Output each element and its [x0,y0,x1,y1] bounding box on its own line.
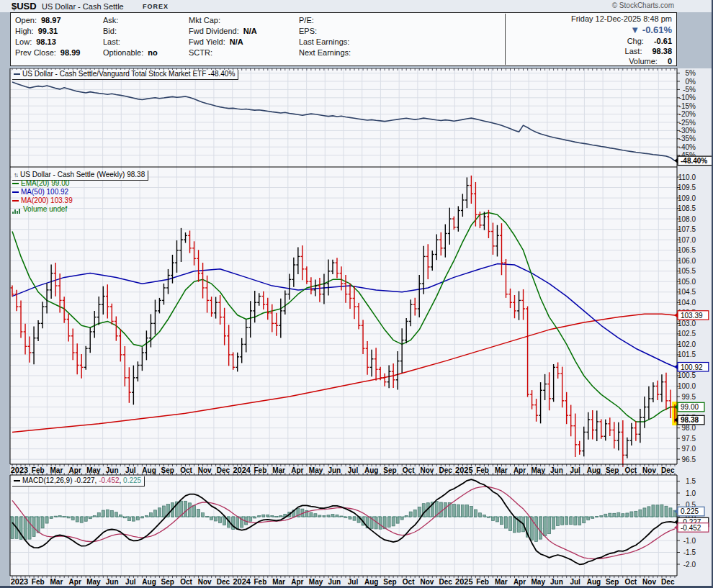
svg-text:Oct: Oct [180,578,192,586]
svg-text:98.38: 98.38 [681,416,699,424]
svg-text:108.5: 108.5 [678,204,696,212]
quote-field: SCTR: [189,48,257,58]
svg-text:0%: 0% [686,78,696,86]
svg-text:Apr: Apr [69,578,81,586]
svg-text:Sep: Sep [606,578,619,586]
svg-text:101.5: 101.5 [678,350,696,358]
svg-text:2023: 2023 [11,577,28,586]
svg-text:Feb: Feb [476,466,489,474]
svg-text:Oct: Oct [624,466,637,474]
svg-text:May: May [309,578,323,586]
ma200-label: MA(200) 103.39 [21,196,73,204]
quote-field-value: no [148,48,157,57]
quote-field-label: Ask: [103,15,118,26]
svg-text:Sep: Sep [606,466,619,474]
svg-text:Sep: Sep [383,466,396,474]
macd-legend: MACD(12,26,9) -0.227, -0.452, 0.225 [12,476,145,487]
svg-text:Mar: Mar [495,578,508,586]
quote-stats: Chg:-0.61Last:98.38Volume:0 [510,36,672,66]
chart-canvas: 5%0%-5%-10%-15%-20%-25%-30%-35%-40%-45%1… [0,68,713,588]
svg-text:Apr: Apr [69,466,81,474]
svg-text:Apr: Apr [291,466,303,474]
quote-field: Fwd Dividend:N/A [189,26,257,37]
svg-text:Mar: Mar [50,466,63,474]
svg-text:Jun: Jun [550,578,563,586]
copyright[interactable]: © StockCharts.com [612,1,674,9]
svg-text:106.5: 106.5 [678,246,696,254]
svg-text:Nov: Nov [420,578,434,586]
quote-field-value: 98.13 [36,37,56,46]
svg-text:Nov: Nov [642,578,656,586]
quote-panel: Open:98.97High:99.31Low:98.13Prev Close:… [10,12,677,66]
quote-field-label: Last: [103,37,120,48]
down-arrow-icon: ▼ [630,24,640,35]
svg-text:Jul: Jul [125,578,136,586]
svg-text:Dec: Dec [439,578,452,586]
svg-text:-48.40%: -48.40% [681,157,707,165]
svg-text:102.5: 102.5 [678,330,696,338]
quote-field: Open:98.97 [15,15,80,26]
svg-text:Aug: Aug [142,466,156,474]
svg-text:Mar: Mar [272,466,285,474]
svg-text:105.0: 105.0 [678,278,696,286]
svg-text:Dec: Dec [217,466,230,474]
svg-text:Feb: Feb [254,466,266,474]
svg-text:-25%: -25% [679,119,696,127]
svg-text:109.5: 109.5 [678,184,696,191]
page-title: US Dollar - Cash Settle [42,2,124,11]
svg-text:Dec: Dec [661,578,675,586]
volume-bars-icon [12,205,21,214]
svg-text:Oct: Oct [624,578,637,586]
svg-text:Jul: Jul [348,466,359,474]
svg-text:Dec: Dec [661,466,675,474]
svg-text:Oct: Oct [180,466,192,474]
svg-text:-15%: -15% [679,102,696,110]
svg-text:5%: 5% [686,69,696,77]
svg-text:97.5: 97.5 [682,435,696,443]
svg-text:-0.452: -0.452 [681,524,701,532]
svg-text:Mar: Mar [272,578,285,586]
quote-field: Ask: [103,15,158,26]
svg-text:107.0: 107.0 [678,236,696,244]
svg-text:Dec: Dec [439,466,452,474]
quote-field: Prev Close:98.99 [15,48,80,58]
svg-text:May: May [309,466,323,474]
svg-text:May: May [86,578,101,586]
svg-text:1.5: 1.5 [686,477,696,485]
svg-text:Jun: Jun [328,578,341,586]
svg-text:Jun: Jun [328,466,341,474]
svg-text:-5%: -5% [683,86,696,94]
quote-column-ohlc: Open:98.97High:99.31Low:98.13Prev Close:… [15,15,80,58]
quote-field: High:99.31 [15,26,80,37]
macd-title: MACD(12,26,9) [22,476,72,484]
change-percent: -0.61% [642,24,672,35]
svg-text:107.5: 107.5 [678,225,696,233]
quote-field-label: EPS: [299,26,317,37]
svg-text:Aug: Aug [587,466,601,474]
svg-text:103.39: 103.39 [681,312,703,320]
svg-text:-10%: -10% [679,94,696,101]
macd-hist-value: 0.225 [123,476,141,484]
svg-text:2025: 2025 [455,577,472,586]
svg-text:Apr: Apr [514,578,526,586]
quote-field-label: Fwd Dividend: [189,26,239,37]
svg-text:102.0: 102.0 [678,340,696,348]
ema20-swatch [12,183,19,184]
macd-value: -0.227 [74,476,94,484]
svg-text:2025: 2025 [455,466,472,474]
svg-text:Jul: Jul [570,578,580,586]
quote-column-bidask: Ask:Bid:Last:Optionable:no [103,15,158,58]
svg-text:97.0: 97.0 [682,445,696,453]
volume-label: Volume undef [23,205,67,213]
quote-field: Low:98.13 [15,37,80,48]
svg-text:May: May [531,466,545,474]
quote-field-label: High: [15,26,34,37]
quote-field-label: Prev Close: [15,48,56,58]
quote-field-label: Low: [15,37,32,48]
quote-field-label: Optionable: [103,48,143,58]
svg-text:-20%: -20% [679,110,696,118]
quote-field: Bid: [103,26,158,37]
svg-text:100.5: 100.5 [678,371,696,379]
quote-field-value: 98.97 [41,16,61,24]
svg-text:-40%: -40% [679,143,696,151]
